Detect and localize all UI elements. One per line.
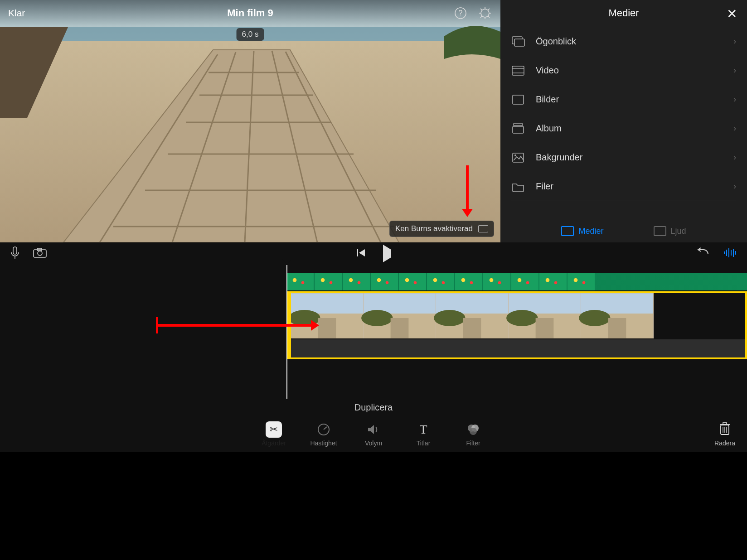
waveform-icon[interactable]: [723, 248, 737, 260]
tool-filter[interactable]: Filter: [457, 421, 489, 447]
svg-line-70: [324, 427, 327, 430]
svg-rect-27: [514, 39, 524, 46]
svg-point-17: [481, 9, 489, 17]
svg-rect-56: [391, 318, 409, 338]
volume-icon: [365, 421, 382, 438]
media-item-label: Bilder: [536, 94, 723, 105]
delete-button[interactable]: Radera: [714, 421, 735, 447]
clip-duration-pill: 6,0 s: [237, 28, 264, 41]
tool-titles[interactable]: T Titlar: [407, 421, 439, 447]
svg-rect-41: [357, 249, 358, 256]
tab-label: Ljud: [671, 227, 686, 236]
media-item-backgrounds[interactable]: Bakgrunder ›: [511, 143, 736, 172]
audio-tab-icon: [654, 226, 666, 236]
svg-line-24: [488, 9, 490, 10]
overlay-track[interactable]: [286, 273, 747, 290]
moments-icon: [511, 36, 526, 48]
play-icon[interactable]: [383, 250, 391, 258]
svg-rect-28: [512, 66, 524, 75]
preview-pane: Klar Min film 9 ? 6,0 s Ken Burns avakti…: [0, 0, 500, 242]
text-icon: T: [415, 421, 432, 438]
annotation-arrow-down: [466, 165, 469, 211]
ken-burns-label: Ken Burns avaktiverad: [395, 224, 473, 233]
chevron-right-icon: ›: [733, 124, 736, 133]
media-item-label: Filer: [536, 181, 723, 192]
svg-text:?: ?: [459, 9, 463, 17]
media-panel-title: Medier: [608, 7, 639, 19]
media-item-label: Bakgrunder: [536, 152, 723, 163]
svg-rect-64: [536, 318, 554, 338]
svg-point-74: [470, 428, 477, 435]
tool-label: Åtgärder: [262, 439, 286, 447]
media-item-albums[interactable]: Album ›: [511, 114, 736, 143]
media-item-photos[interactable]: Bilder ›: [511, 85, 736, 114]
ken-burns-button[interactable]: Ken Burns avaktiverad: [389, 221, 494, 237]
svg-rect-32: [514, 124, 523, 126]
svg-point-39: [38, 251, 42, 256]
clip-toolbar: ✂ Åtgärder Hastighet Volym T Titlar Filt…: [0, 416, 747, 452]
annotation-arrow-right: [158, 324, 312, 327]
tool-label: Volym: [365, 439, 382, 447]
media-tab-icon: [561, 226, 574, 236]
playhead[interactable]: [286, 265, 287, 399]
media-item-files[interactable]: Filer ›: [511, 172, 736, 201]
svg-point-59: [434, 310, 466, 326]
tab-audio[interactable]: Ljud: [654, 226, 686, 236]
skip-back-icon[interactable]: [356, 248, 366, 260]
svg-rect-33: [513, 126, 524, 133]
media-item-moments[interactable]: Ögonblick ›: [511, 27, 736, 56]
svg-point-67: [579, 310, 611, 326]
tab-media[interactable]: Medier: [561, 226, 603, 236]
svg-point-63: [506, 310, 538, 326]
speedometer-icon: [315, 421, 332, 438]
clip-thumbnail: [291, 293, 364, 338]
video-icon: [511, 65, 526, 77]
clip-thumbnail: [436, 293, 509, 338]
media-panel: Medier ✕ Ögonblick › Video › Bilder › Al…: [500, 0, 747, 242]
svg-marker-42: [359, 249, 365, 256]
scissors-icon: ✂: [266, 421, 282, 438]
svg-rect-77: [723, 423, 727, 425]
media-item-label: Video: [536, 65, 723, 76]
svg-rect-31: [513, 95, 524, 104]
svg-rect-68: [608, 318, 626, 338]
undo-icon[interactable]: [696, 248, 710, 260]
media-item-video[interactable]: Video ›: [511, 56, 736, 85]
tool-actions[interactable]: ✂ Åtgärder: [258, 421, 290, 447]
svg-line-22: [480, 9, 482, 10]
chevron-right-icon: ›: [733, 153, 736, 162]
selected-clip[interactable]: [286, 291, 747, 359]
filter-icon: [465, 421, 481, 438]
photos-icon: [511, 94, 526, 106]
timeline[interactable]: [0, 265, 747, 399]
transport-controls: [0, 242, 747, 265]
svg-point-35: [514, 154, 516, 156]
svg-rect-36: [13, 247, 17, 254]
tool-volume[interactable]: Volym: [358, 421, 389, 447]
svg-line-25: [480, 16, 482, 18]
tool-label: Hastighet: [310, 439, 337, 447]
svg-line-23: [488, 16, 490, 18]
camera-icon[interactable]: [33, 247, 47, 260]
done-button[interactable]: Klar: [8, 8, 25, 19]
chevron-right-icon: ›: [733, 95, 736, 104]
help-icon[interactable]: ?: [453, 6, 468, 20]
albums-icon: [511, 123, 526, 135]
tool-label: Radera: [714, 439, 735, 447]
clip-thumbnail: [364, 293, 436, 338]
media-item-label: Ögonblick: [536, 36, 723, 47]
action-caption: Duplicera: [0, 399, 747, 416]
tool-speed[interactable]: Hastighet: [308, 421, 340, 447]
clip-thumbnail: [581, 293, 654, 338]
close-icon[interactable]: ✕: [727, 6, 737, 21]
backgrounds-icon: [511, 152, 526, 164]
audio-strip: [291, 339, 745, 357]
tool-label: Titlar: [417, 439, 431, 447]
project-title: Min film 9: [227, 7, 273, 19]
tab-label: Medier: [578, 227, 603, 236]
tool-label: Filter: [466, 439, 480, 447]
microphone-icon[interactable]: [10, 246, 20, 261]
svg-rect-60: [463, 318, 481, 338]
gear-icon[interactable]: [478, 6, 492, 20]
svg-marker-71: [368, 425, 374, 434]
